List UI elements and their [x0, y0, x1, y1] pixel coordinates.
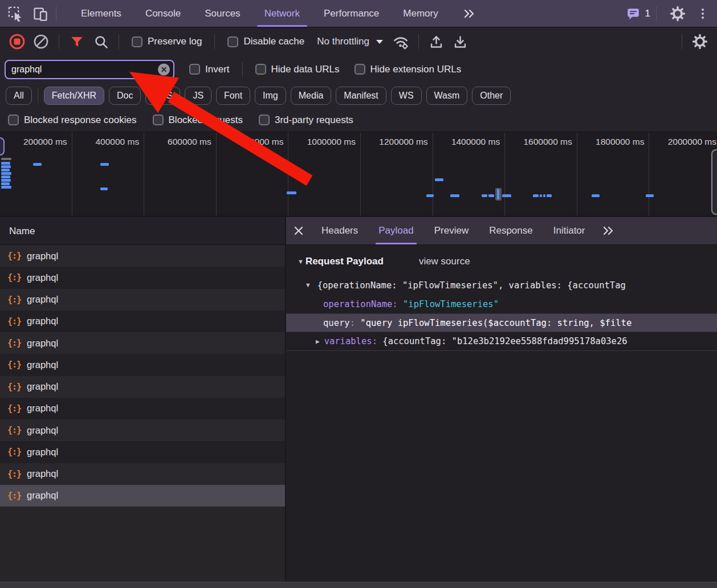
- invert-checkbox[interactable]: Invert: [189, 64, 230, 75]
- more-panels-chevron-icon[interactable]: [450, 0, 488, 27]
- more-tabs-chevron-icon[interactable]: [598, 221, 618, 240]
- checkbox-box: [355, 64, 365, 75]
- request-row[interactable]: {:}graphql: [0, 289, 285, 311]
- waterfall-bar: [1, 158, 11, 160]
- type-filter-media[interactable]: Media: [291, 87, 332, 105]
- tab-elements[interactable]: Elements: [69, 0, 133, 27]
- type-filter-ws[interactable]: WS: [391, 87, 422, 105]
- type-filter-other[interactable]: Other: [472, 87, 511, 105]
- request-row[interactable]: {:}graphql: [0, 376, 285, 398]
- waterfall-bar: [547, 194, 552, 197]
- type-filter-css[interactable]: CSS: [145, 87, 180, 105]
- detail-tab-response[interactable]: Response: [479, 217, 543, 244]
- request-row[interactable]: {:}graphql: [0, 354, 285, 375]
- request-row[interactable]: {:}graphql: [0, 463, 285, 485]
- json-request-icon: {:}: [7, 338, 21, 348]
- disable-cache-checkbox[interactable]: Disable cache: [227, 36, 304, 47]
- waterfall-bar: [450, 194, 459, 197]
- tab-sources[interactable]: Sources: [193, 0, 252, 27]
- request-row[interactable]: {:}graphql: [0, 332, 285, 354]
- timeline-column: 1400000 ms: [433, 133, 506, 216]
- checkbox-box: [259, 115, 270, 125]
- payload-row[interactable]: ▼{operationName: "ipFlowTimeseries", var…: [286, 276, 717, 295]
- throttling-dropdown[interactable]: No throttling: [317, 36, 383, 47]
- settings-gear-icon[interactable]: [668, 4, 687, 23]
- request-name: graphql: [27, 272, 58, 283]
- expander-icon[interactable]: ▶: [316, 338, 320, 345]
- timeline-tick-label: 2000000 ms: [668, 137, 716, 147]
- search-icon[interactable]: [92, 32, 110, 51]
- window-bottom-edge: [0, 582, 717, 588]
- console-message-count: 1: [645, 8, 650, 19]
- waterfall-bar: [488, 194, 494, 197]
- type-filter-doc[interactable]: Doc: [109, 87, 141, 105]
- inspect-element-icon[interactable]: [6, 4, 25, 23]
- filter-funnel-icon[interactable]: [68, 32, 86, 51]
- request-name: graphql: [27, 403, 58, 414]
- waterfall-bar: [1, 179, 11, 182]
- tab-network[interactable]: Network: [252, 0, 312, 27]
- detail-tab-initiator[interactable]: Initiator: [543, 217, 596, 244]
- waterfall-bar: [1, 172, 11, 175]
- export-har-icon[interactable]: [451, 32, 470, 51]
- network-overview-timeline[interactable]: 200000 ms400000 ms600000 ms800000 ms1000…: [0, 133, 717, 217]
- request-row[interactable]: {:}graphql: [0, 267, 285, 288]
- panel-tabs: ElementsConsoleSourcesNetworkPerformance…: [69, 0, 488, 27]
- collapse-triangle-icon[interactable]: ▼: [298, 258, 304, 265]
- record-network-log-button[interactable]: [8, 32, 26, 51]
- json-request-icon: {:}: [7, 491, 21, 501]
- detail-tab-headers[interactable]: Headers: [311, 217, 368, 244]
- 3rd-party-requests-checkbox[interactable]: 3rd-party requests: [259, 115, 353, 126]
- payload-row[interactable]: ▶variables: {accountTag: "b12e3b2192ee55…: [286, 332, 717, 351]
- clear-network-log-icon[interactable]: [32, 32, 50, 51]
- payload-row[interactable]: operationName: "ipFlowTimeseries": [286, 295, 717, 313]
- type-filter-manifest[interactable]: Manifest: [336, 87, 386, 105]
- blocked-response-cookies-checkbox[interactable]: Blocked response cookies: [8, 115, 137, 126]
- blocked-requests-checkbox[interactable]: Blocked requests: [153, 115, 243, 126]
- tab-console[interactable]: Console: [133, 0, 193, 27]
- hide-data-urls-checkbox[interactable]: Hide data URLs: [255, 64, 340, 75]
- timeline-tick-label: 800000 ms: [240, 137, 284, 147]
- network-conditions-icon[interactable]: [392, 32, 410, 51]
- console-messages-badge[interactable]: 1: [626, 6, 650, 21]
- waterfall-bar: [435, 178, 443, 181]
- detail-tab-preview[interactable]: Preview: [424, 217, 479, 244]
- overview-left-handle[interactable]: [0, 137, 5, 156]
- tab-memory[interactable]: Memory: [391, 0, 450, 27]
- hide-extension-urls-checkbox[interactable]: Hide extension URLs: [355, 64, 462, 75]
- network-settings-gear-icon[interactable]: [691, 32, 709, 51]
- json-request-icon: {:}: [7, 295, 21, 305]
- type-filter-all[interactable]: All: [6, 87, 32, 105]
- close-detail-icon[interactable]: [286, 225, 311, 236]
- timeline-column: 1800000 ms: [577, 133, 650, 216]
- expander-icon[interactable]: ▼: [306, 281, 310, 289]
- type-filter-font[interactable]: Font: [216, 87, 250, 105]
- detail-tab-payload[interactable]: Payload: [368, 217, 423, 244]
- view-source-link[interactable]: view source: [419, 256, 470, 267]
- name-column-header[interactable]: Name: [0, 217, 285, 245]
- type-filter-img[interactable]: Img: [255, 87, 286, 105]
- request-row[interactable]: {:}graphql: [0, 245, 285, 267]
- preserve-log-checkbox[interactable]: Preserve log: [132, 36, 202, 47]
- type-filter-js[interactable]: JS: [185, 87, 211, 105]
- request-name: graphql: [27, 425, 58, 436]
- request-row[interactable]: {:}graphql: [0, 398, 285, 419]
- request-row[interactable]: {:}graphql: [0, 485, 285, 507]
- waterfall-bar: [1, 169, 10, 172]
- payload-row[interactable]: query: "query ipFlowTimeseries($accountT…: [286, 313, 717, 332]
- type-filter-fetch-xhr[interactable]: Fetch/XHR: [44, 87, 104, 105]
- request-name: graphql: [27, 490, 58, 501]
- request-row[interactable]: {:}graphql: [0, 419, 285, 441]
- type-filter-wasm[interactable]: Wasm: [426, 87, 468, 105]
- device-toolbar-icon[interactable]: [31, 4, 50, 23]
- checkbox-label: Blocked requests: [169, 115, 243, 126]
- request-row[interactable]: {:}graphql: [0, 311, 285, 332]
- overview-right-handle[interactable]: [711, 149, 717, 215]
- request-row[interactable]: {:}graphql: [0, 441, 285, 463]
- tab-performance[interactable]: Performance: [312, 0, 391, 27]
- clear-filter-icon[interactable]: ✕: [158, 63, 170, 75]
- more-options-kebab-icon[interactable]: [693, 4, 712, 23]
- json-request-icon: {:}: [7, 425, 21, 435]
- filter-input[interactable]: graphql ✕: [5, 60, 174, 79]
- import-har-icon[interactable]: [427, 32, 446, 51]
